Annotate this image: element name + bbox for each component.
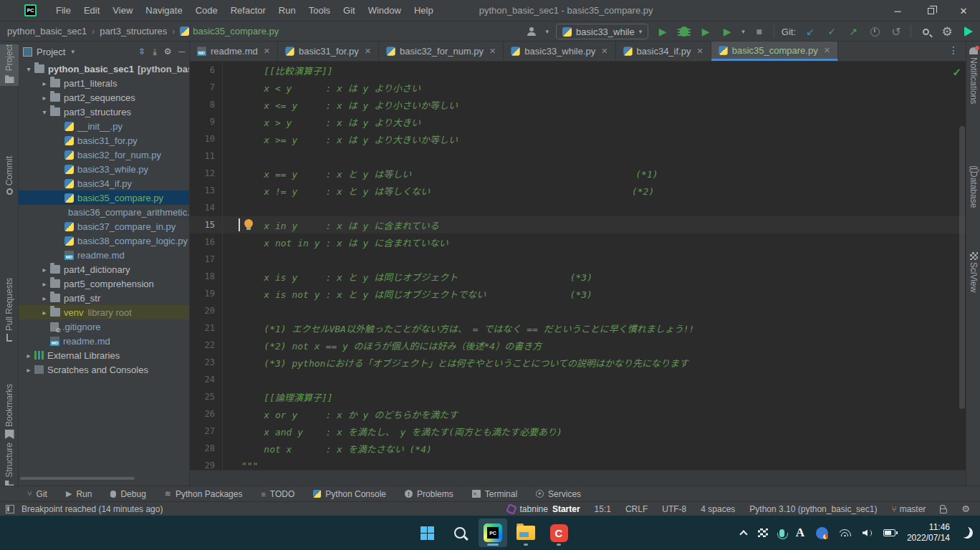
- menu-git[interactable]: Git: [337, 5, 362, 16]
- tool-stripe-commit[interactable]: Commit: [0, 156, 19, 198]
- code-with-me-button[interactable]: [961, 24, 976, 39]
- tree-folder[interactable]: ▸ part5_comprehension: [19, 276, 189, 291]
- close-button[interactable]: ✕: [947, 0, 980, 21]
- tab-options-icon[interactable]: ⋮: [948, 44, 959, 56]
- menu-code[interactable]: Code: [189, 5, 224, 16]
- settings-button[interactable]: ⚙: [940, 24, 954, 39]
- tree-folder[interactable]: ▾ part3_structures: [19, 105, 189, 119]
- breadcrumb-package[interactable]: part3_structures: [100, 26, 167, 37]
- toolwindow-python-packages[interactable]: ≋Python Packages: [165, 489, 243, 499]
- toolwindow-debug[interactable]: Debug: [110, 489, 145, 499]
- tool-stripe-database[interactable]: Database: [966, 162, 980, 208]
- tool-stripe-pull-requests[interactable]: Pull Requests: [0, 278, 19, 344]
- tree-file[interactable]: readme.md: [19, 248, 189, 262]
- tray-app-icon[interactable]: [816, 527, 828, 539]
- close-icon[interactable]: ✕: [365, 47, 371, 56]
- git-push-button[interactable]: ↗: [846, 24, 860, 39]
- battery-icon[interactable]: [883, 529, 895, 536]
- tree-folder[interactable]: ▸ part6_str: [19, 291, 189, 305]
- tabnine-widget[interactable]: tabnine Starter: [507, 504, 580, 514]
- menu-window[interactable]: Window: [362, 5, 408, 16]
- tree-file[interactable]: basic36_compare_arithmetic.py: [19, 205, 189, 219]
- close-icon[interactable]: ✕: [696, 47, 703, 56]
- user-account-icon[interactable]: [524, 24, 539, 39]
- breadcrumb-project[interactable]: python_basic_sec1: [7, 26, 87, 37]
- git-branch-widget[interactable]: ⑂ master: [891, 504, 926, 514]
- breadcrumb-file[interactable]: basic35_compare.py: [180, 26, 279, 37]
- tool-stripe-notifications[interactable]: Notifications: [966, 43, 980, 104]
- tree-folder[interactable]: ▸ part2_sequences: [19, 90, 189, 105]
- inspections-ok-icon[interactable]: ✓: [952, 66, 961, 79]
- ime-language-icon[interactable]: A: [796, 526, 804, 540]
- lock-icon[interactable]: [940, 508, 947, 513]
- toolwindow-terminal[interactable]: >_Terminal: [472, 489, 517, 499]
- taskbar-camtasia-button[interactable]: C: [544, 518, 573, 547]
- tool-stripe-bookmarks[interactable]: Bookmarks: [0, 384, 19, 442]
- indent-widget[interactable]: 4 spaces: [701, 504, 735, 514]
- start-button[interactable]: [413, 518, 441, 547]
- taskbar-pycharm-button[interactable]: PC: [479, 518, 507, 547]
- night-mode-moon-icon[interactable]: [960, 526, 974, 540]
- tree-folder-venv[interactable]: ▸ venv library root: [19, 305, 189, 319]
- tool-stripe-project[interactable]: Project: [0, 44, 19, 86]
- code-editor[interactable]: 6 [[比較演算子]] 7 x < y : x は y より小さい 8 x <=…: [190, 62, 966, 470]
- tree-file[interactable]: readme.md: [19, 334, 189, 348]
- line-separator-widget[interactable]: CRLF: [625, 504, 648, 514]
- close-icon[interactable]: ✕: [264, 47, 270, 56]
- taskbar-explorer-button[interactable]: [511, 518, 540, 547]
- tool-window-layout-icon[interactable]: [6, 505, 14, 513]
- project-horizontal-scrollbar[interactable]: [20, 477, 135, 480]
- collapse-all-icon[interactable]: ⤓: [153, 47, 156, 57]
- toolwindow-run[interactable]: ▶Run: [66, 489, 92, 499]
- git-history-button[interactable]: [868, 24, 882, 39]
- tree-folder[interactable]: ▸ part4_dictionary: [19, 262, 189, 276]
- git-rollback-button[interactable]: ↺: [889, 24, 903, 39]
- gear-notification-icon[interactable]: ⚙: [961, 503, 970, 514]
- tree-file[interactable]: __init__.py: [19, 119, 189, 133]
- wifi-icon[interactable]: [840, 529, 851, 536]
- run-coverage-button[interactable]: ▶: [698, 24, 713, 39]
- project-panel-title[interactable]: Project: [37, 47, 65, 57]
- menu-navigate[interactable]: Navigate: [139, 5, 188, 16]
- run-configuration-select[interactable]: basic33_while ▾: [556, 24, 648, 39]
- git-commit-button[interactable]: ✓: [825, 24, 839, 39]
- hide-panel-icon[interactable]: ─: [178, 47, 185, 57]
- tree-file[interactable]: basic38_compare_logic.py: [19, 233, 189, 248]
- encoding-widget[interactable]: UTF-8: [662, 504, 686, 514]
- close-icon[interactable]: ✕: [824, 46, 830, 55]
- tree-file[interactable]: basic33_while.py: [19, 162, 189, 176]
- tab-basic35-compare[interactable]: basic35_compare.py ✕: [711, 42, 838, 61]
- tree-scratches[interactable]: ▸ Scratches and Consoles: [19, 362, 189, 377]
- tree-file[interactable]: basic34_if.py: [19, 176, 189, 190]
- menu-tools[interactable]: Tools: [302, 5, 337, 16]
- debug-button[interactable]: [677, 24, 691, 39]
- editor-vertical-scrollbar[interactable]: [959, 126, 965, 409]
- tab-readme-md[interactable]: readme.md ✕: [190, 42, 278, 61]
- search-everywhere-button[interactable]: [918, 24, 933, 39]
- profiler-button[interactable]: ▶: [720, 24, 734, 39]
- tab-basic31-for[interactable]: basic31_for.py ✕: [278, 42, 379, 61]
- microphone-icon[interactable]: [779, 529, 784, 537]
- chevron-down-icon[interactable]: ▾: [71, 48, 75, 55]
- editor-bottom-scroll-area[interactable]: [190, 470, 966, 486]
- tree-file[interactable]: basic31_for.py: [19, 133, 189, 148]
- tool-stripe-sciview[interactable]: SciView: [966, 248, 980, 292]
- tree-file[interactable]: basic32_for_num.py: [19, 148, 189, 162]
- dropbox-icon[interactable]: [758, 529, 768, 537]
- tree-file-selected[interactable]: basic35_compare.py: [19, 190, 189, 205]
- tray-overflow-chevron-icon[interactable]: [739, 530, 747, 538]
- menu-run[interactable]: Run: [272, 5, 302, 16]
- interpreter-widget[interactable]: Python 3.10 (python_basic_sec1): [749, 504, 877, 514]
- run-button[interactable]: ▶: [655, 24, 670, 39]
- gear-icon[interactable]: ⚙: [164, 47, 172, 57]
- stop-button[interactable]: ■: [752, 24, 767, 39]
- git-update-button[interactable]: ↙: [803, 24, 817, 39]
- taskbar-search-button[interactable]: [446, 518, 474, 547]
- tab-basic34-if[interactable]: basic34_if.py ✕: [616, 42, 711, 61]
- menu-refactor[interactable]: Refactor: [224, 5, 272, 16]
- toolwindow-services[interactable]: Services: [536, 489, 581, 499]
- status-message[interactable]: Breakpoint reached (14 minutes ago): [21, 504, 163, 514]
- tab-basic33-while[interactable]: basic33_while.py ✕: [504, 42, 615, 61]
- toolwindow-python-console[interactable]: Python Console: [313, 489, 386, 499]
- tree-external-libraries[interactable]: ▸ External Libraries: [19, 348, 189, 362]
